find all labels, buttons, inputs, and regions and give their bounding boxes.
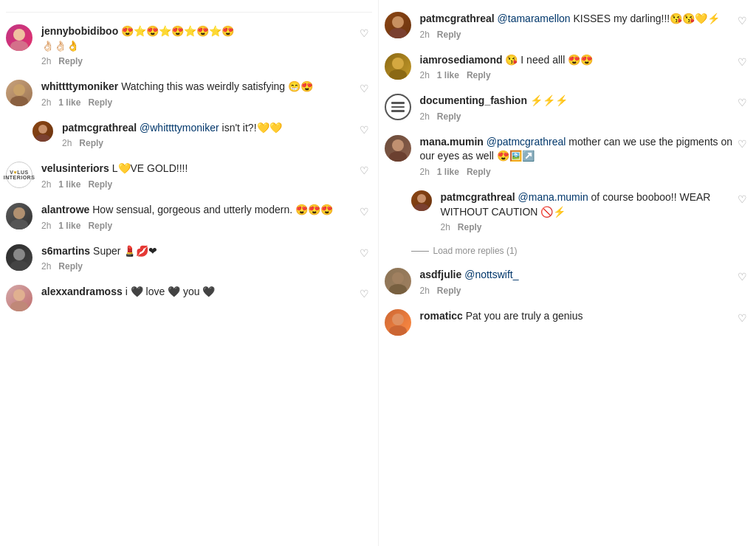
comment-text-jenny: jennybobidiboo 😍⭐😍⭐😍⭐😍⭐😍 [41, 24, 357, 39]
comment-text-tamaramellon: patmcgrathreal @tamaramellon KISSES my d… [420, 12, 735, 27]
time-jenny: 2h [41, 56, 51, 66]
like-alexx[interactable] [357, 285, 372, 303]
comment-tamaramellon: patmcgrathreal @tamaramellon KISSES my d… [385, 12, 751, 40]
reply-docfash[interactable]: Reply [437, 111, 461, 122]
avatar-s6 [6, 244, 32, 271]
like-docfash[interactable] [735, 94, 750, 111]
svg-point-1 [10, 41, 28, 51]
comment-text-romaticc: romaticc Pat you are truly a genius [420, 309, 735, 324]
time-pat1: 2h [62, 138, 72, 148]
svg-point-12 [10, 301, 28, 311]
doc-line-2 [391, 106, 405, 108]
like-alan[interactable] [357, 203, 372, 221]
like-s6[interactable] [357, 244, 372, 262]
avatar-iamrose [385, 53, 411, 80]
comment-velus: V♥LUSINTERIORS velusinteriors L💛VE GOLD!… [6, 162, 372, 190]
comment-iamrose: iamrosediamond 😘 I need alll 😍😍 2h 1 lik… [385, 53, 751, 81]
username-docfash: documenting_fashion [420, 94, 527, 106]
text-alan: How sensual, gorgeous and utterly modern… [92, 204, 333, 215]
username-pat2: patmcgrathreal [441, 191, 515, 203]
comment-content-asdfjulie: asdfjulie @nottswift_ 2h Reply [420, 268, 735, 296]
heart-icon-alexx [360, 289, 369, 300]
username-mana: mana.mumin [420, 136, 484, 148]
username-whitt: whittttymoniker [41, 80, 118, 92]
comment-text-velus: velusinteriors L💛VE GOLD!!!! [41, 162, 357, 176]
username-asdfjulie: asdfjulie [420, 269, 462, 280]
comment-text-whitt: whittttymoniker Watching this was weirdl… [41, 80, 357, 94]
meta-alan: 2h 1 like Reply [41, 221, 357, 231]
svg-point-8 [10, 219, 28, 229]
avatar-velus: V♥LUSINTERIORS [6, 162, 32, 188]
reply-jenny[interactable]: Reply [58, 56, 83, 66]
reply-mana[interactable]: Reply [467, 167, 491, 177]
like-mana[interactable] [735, 135, 750, 153]
username-velus: velusinteriors [41, 162, 109, 174]
reply-tamaramellon[interactable]: Reply [437, 30, 461, 40]
avatar-whitt [6, 80, 32, 106]
avatar-asdfjulie [385, 268, 411, 294]
like-asdfjulie[interactable] [735, 268, 750, 286]
like-pat1[interactable] [357, 121, 372, 139]
time-iamrose: 2h [420, 70, 430, 80]
comment-content-iamrose: iamrosediamond 😘 I need alll 😍😍 2h 1 lik… [420, 53, 735, 81]
comment-content-jenny: jennybobidiboo 😍⭐😍⭐😍⭐😍⭐😍 👌🏻👌🏻👌 2h Reply [41, 24, 357, 66]
heart-icon-jenny [360, 29, 369, 39]
svg-point-19 [417, 194, 426, 203]
right-column: patmcgrathreal @tamaramellon KISSES my d… [379, 0, 757, 546]
username-alan: alantrowe [41, 204, 89, 215]
meta-iamrose: 2h 1 like Reply [420, 70, 735, 80]
like-whitt[interactable] [357, 80, 372, 97]
reply-pat2[interactable]: Reply [458, 222, 482, 232]
mention-asdfjulie: @nottswift_ [464, 269, 518, 280]
velus-logo-text: V♥LUSINTERIORS [4, 170, 35, 181]
comment-content-pat1: patmcgrathreal @whittttymoniker isn't it… [62, 121, 357, 149]
like-tamaramellon[interactable] [735, 12, 750, 30]
svg-point-17 [392, 139, 404, 151]
comment-whitt: whittttymoniker Watching this was weirdl… [6, 80, 372, 108]
reply-alan[interactable]: Reply [88, 221, 112, 231]
like-pat2[interactable] [735, 190, 750, 208]
meta-docfash: 2h Reply [420, 111, 735, 122]
comment-text2-jenny: 👌🏻👌🏻👌 [41, 39, 357, 54]
comment-text-s6: s6martins Super 💄💋❤ [41, 244, 357, 259]
load-more-replies[interactable]: Load more replies (1) [411, 246, 751, 256]
heart-icon-velus [360, 166, 369, 176]
meta-asdfjulie: 2h Reply [420, 286, 735, 296]
likes-iamrose: 1 like [437, 70, 459, 80]
heart-icon-whitt [360, 84, 369, 94]
text-romaticc: Pat you are truly a genius [466, 310, 583, 322]
meta-whitt: 2h 1 like Reply [41, 97, 357, 108]
load-more-label: Load more replies (1) [433, 246, 518, 256]
time-whitt: 2h [41, 97, 51, 108]
reply-whitt[interactable]: Reply [88, 97, 112, 108]
reply-asdfjulie[interactable]: Reply [437, 286, 461, 296]
text-whitt: Watching this was weirdly satisfying 😁😍 [121, 80, 313, 92]
likes-velus: 1 like [58, 179, 80, 190]
mention-pat2: @mana.mumin [518, 191, 588, 203]
like-iamrose[interactable] [735, 53, 750, 71]
heart-icon-mana [738, 139, 747, 150]
svg-point-18 [389, 151, 407, 162]
comments-container: jennybobidiboo 😍⭐😍⭐😍⭐😍⭐😍 👌🏻👌🏻👌 2h Reply … [0, 0, 756, 546]
svg-point-5 [38, 125, 47, 134]
like-jenny[interactable] [357, 24, 372, 42]
meta-pat1: 2h Reply [62, 138, 357, 148]
text-tamaramellon: KISSES my darling!!!😘😘💛⚡ [573, 13, 720, 24]
meta-mana: 2h 1 like Reply [420, 167, 735, 177]
reply-pat1[interactable]: Reply [79, 138, 103, 148]
mention-pat1: @whittttymoniker [140, 122, 219, 134]
reply-iamrose[interactable]: Reply [467, 70, 491, 80]
like-romaticc[interactable] [735, 309, 750, 327]
like-velus[interactable] [357, 162, 372, 179]
avatar-docfash [385, 94, 411, 120]
comment-content-mana: mana.mumin @patmcgrathreal mother can we… [420, 135, 735, 177]
username-jenny: jennybobidiboo [41, 25, 118, 37]
username-iamrose: iamrosediamond [420, 54, 503, 66]
reply-s6[interactable]: Reply [58, 261, 83, 272]
reply-velus[interactable]: Reply [88, 179, 112, 190]
time-alan: 2h [41, 221, 51, 231]
comment-text-docfash: documenting_fashion ⚡⚡⚡ [420, 94, 735, 108]
username-pat1: patmcgrathreal [62, 122, 137, 134]
time-velus: 2h [41, 179, 51, 190]
meta-pat2: 2h Reply [441, 222, 735, 232]
